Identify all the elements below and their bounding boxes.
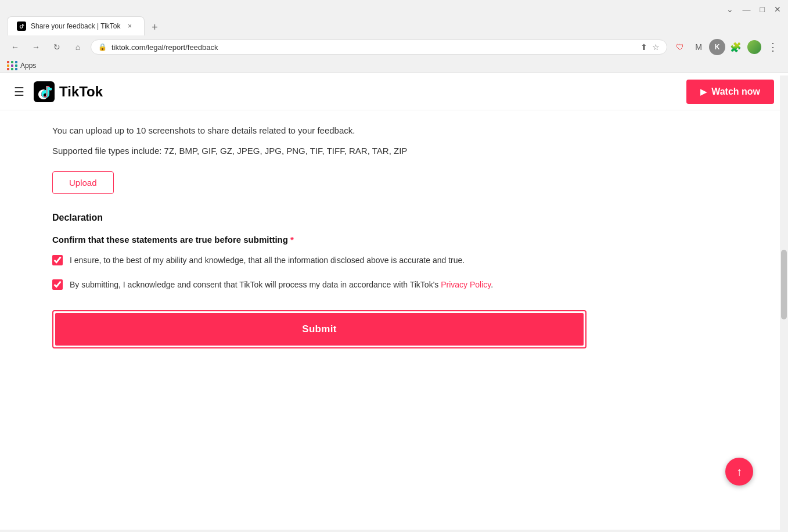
upload-btn[interactable]: Upload (52, 171, 114, 194)
checkbox-1[interactable] (52, 255, 63, 265)
tab-bar: Share your feedback | TikTok × + (0, 16, 788, 35)
bookmarks-bar: Apps (0, 59, 788, 73)
svg-rect-0 (18, 23, 25, 30)
chrome-menu-btn[interactable]: ⋮ (765, 39, 781, 55)
watch-now-label: Watch now (711, 87, 760, 97)
title-bar: ⌄ — □ ✕ (0, 0, 788, 16)
submit-btn[interactable]: Submit (55, 313, 584, 346)
confirm-label: Confirm that these statements are true b… (52, 235, 586, 245)
active-tab[interactable]: Share your feedback | TikTok × (7, 16, 145, 35)
hamburger-menu-btn[interactable]: ☰ (14, 85, 24, 99)
back-btn[interactable]: ← (7, 39, 23, 55)
checkbox-item-1: I ensure, to the best of my ability and … (52, 254, 586, 267)
privacy-policy-link[interactable]: Privacy Policy (441, 280, 491, 289)
scrollbar-thumb[interactable] (781, 250, 787, 319)
new-tab-btn[interactable]: + (147, 19, 163, 35)
page-content: ☰ TikTok ▶ Watch now You can upload up t… (0, 73, 788, 530)
submit-wrapper: Submit (52, 310, 586, 348)
scrollbar[interactable] (780, 76, 788, 530)
browser-actions: 🛡 M K 🧩 ⋮ (672, 39, 781, 55)
star-icon: ☆ (652, 42, 660, 52)
checkbox-2[interactable] (52, 279, 63, 290)
url-text: tiktok.com/legal/report/feedback (111, 43, 636, 52)
apps-label: Apps (20, 62, 36, 70)
extensions-puzzle-btn[interactable]: 🧩 (728, 39, 744, 55)
logo-text: TikTok (59, 84, 103, 100)
file-types-text: Supported file types include: 7Z, BMP, G… (52, 145, 586, 158)
lock-icon: 🔒 (98, 43, 107, 51)
address-bar-row: ← → ↻ ⌂ 🔒 tiktok.com/legal/report/feedba… (0, 35, 788, 59)
checkbox-2-text: By submitting, I acknowledge and consent… (70, 278, 493, 291)
play-icon: ▶ (700, 87, 707, 96)
window-close-btn[interactable]: ✕ (774, 5, 781, 14)
watch-now-btn[interactable]: ▶ Watch now (686, 80, 774, 104)
window-restore-btn[interactable]: □ (760, 5, 765, 14)
required-star: * (290, 235, 294, 245)
window-minimize-btn[interactable]: — (743, 5, 751, 14)
tiktok-logo[interactable]: TikTok (34, 81, 103, 102)
checkbox-2-before-link: By submitting, I acknowledge and consent… (70, 280, 441, 289)
upload-info-text: You can upload up to 10 screenshots to s… (52, 124, 586, 138)
address-bar[interactable]: 🔒 tiktok.com/legal/report/feedback ⬆ ☆ (91, 39, 667, 55)
checkbox-1-text: I ensure, to the best of my ability and … (70, 254, 465, 267)
window-dropdown-btn[interactable]: ⌄ (726, 5, 733, 14)
extensions-shield-btn[interactable]: 🛡 (672, 39, 688, 55)
home-btn[interactable]: ⌂ (70, 39, 86, 55)
tab-favicon (17, 21, 26, 31)
confirm-label-text: Confirm that these statements are true b… (52, 235, 288, 245)
browser-chrome: ⌄ — □ ✕ Share your feedback | TikTok × +… (0, 0, 788, 73)
apps-grid-icon (7, 61, 18, 70)
profile-avatar-btn[interactable] (746, 39, 762, 55)
declaration-section: Declaration Confirm that these statement… (52, 213, 586, 292)
forward-btn[interactable]: → (28, 39, 44, 55)
tiktok-header: ☰ TikTok ▶ Watch now (0, 73, 788, 110)
scroll-top-icon: ↑ (736, 465, 742, 479)
tab-close-btn[interactable]: × (125, 21, 135, 31)
share-icon: ⬆ (641, 42, 647, 52)
apps-btn[interactable]: Apps (7, 61, 36, 70)
tiktok-logo-icon (34, 81, 55, 102)
checkbox-item-2: By submitting, I acknowledge and consent… (52, 278, 586, 291)
refresh-btn[interactable]: ↻ (49, 39, 65, 55)
extension-m-btn[interactable]: M (690, 39, 707, 55)
checkbox-2-after-link: . (491, 280, 493, 289)
declaration-title: Declaration (52, 213, 586, 223)
tab-title: Share your feedback | TikTok (31, 22, 121, 30)
extension-k-btn[interactable]: K (709, 39, 725, 55)
form-container: You can upload up to 10 screenshots to s… (29, 110, 610, 372)
scroll-to-top-btn[interactable]: ↑ (725, 458, 753, 486)
